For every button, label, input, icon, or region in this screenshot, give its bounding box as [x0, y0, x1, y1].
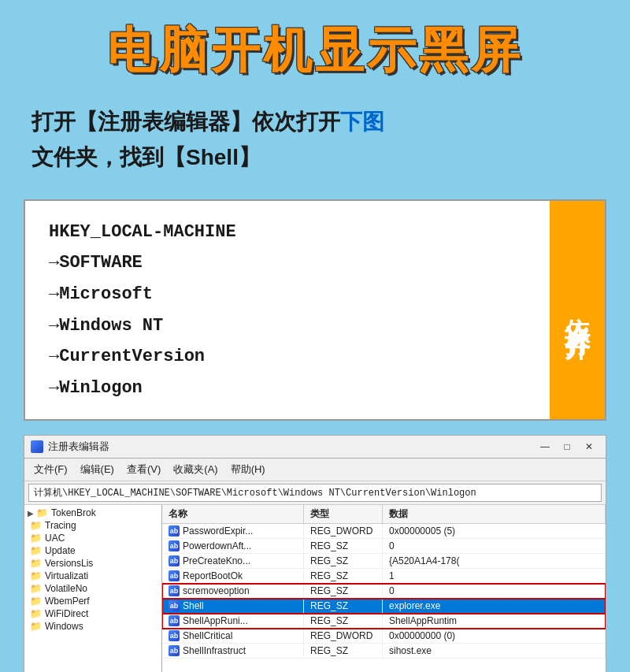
main-title: 电脑开机显示黑屏 — [24, 24, 606, 77]
cell-data: ShellAppRuntim — [383, 614, 606, 628]
tree-label: VersionsLis — [45, 558, 93, 569]
registry-app-icon — [31, 440, 43, 453]
menu-view[interactable]: 查看(V) — [120, 460, 167, 479]
instruction-blue-word: 下图 — [340, 110, 384, 134]
close-button[interactable]: ✕ — [579, 439, 599, 455]
table-row[interactable]: ab PreCreateKno... REG_SZ {A520A1A4-178( — [162, 554, 606, 569]
cell-name-text: scremoveoption — [183, 585, 250, 596]
tree-item-wifidirect[interactable]: 📁 WiFiDirect — [24, 607, 161, 620]
maximize-button[interactable]: □ — [557, 439, 577, 455]
table-row-shellcritical[interactable]: ab ShellCritical REG_DWORD 0x00000000 (0… — [162, 629, 606, 644]
value-icon: ab — [169, 540, 180, 551]
sidebar-label: 依次打开 — [550, 201, 605, 420]
tree-label: TokenBrok — [51, 507, 96, 518]
tree-label: Virtualizati — [45, 570, 88, 581]
tree-item-update[interactable]: 📁 Update — [24, 544, 161, 557]
tree-item-virtualizati[interactable]: 📁 Virtualizati — [24, 570, 161, 582]
tree-item-wbemperf[interactable]: 📁 WbemPerf — [24, 595, 161, 607]
menu-file[interactable]: 文件(F) — [28, 460, 74, 479]
path-item-2: →Microsoft — [49, 279, 526, 310]
instruction-section: 打开【注册表编辑器】依次打开下图 文件夹，找到【Shell】 — [0, 93, 630, 191]
tree-item-tokenbrok[interactable]: ▶ 📁 TokenBrok — [24, 507, 161, 519]
header-data: 数据 — [383, 505, 606, 523]
cell-name: ab ReportBootOk — [162, 569, 304, 583]
registry-tree[interactable]: ▶ 📁 TokenBrok 📁 Tracing 📁 UAC 📁 Update — [24, 505, 162, 672]
value-icon: ab — [169, 600, 180, 611]
path-item-5: →Winlogon — [49, 373, 526, 404]
registry-right-panel: 名称 类型 数据 ab PasswordExpir... REG_DWORD 0… — [162, 505, 606, 672]
registry-main-area: ▶ 📁 TokenBrok 📁 Tracing 📁 UAC 📁 Update — [24, 504, 606, 672]
registry-editor: 注册表编辑器 — □ ✕ 文件(F) 编辑(E) 查看(V) 收藏夹(A) 帮助… — [24, 435, 606, 672]
table-row-shellappruntime[interactable]: ab ShellAppRuni... REG_SZ ShellAppRuntim — [162, 614, 606, 629]
table-row-shellinfrastruct[interactable]: ab ShellInfrastruct REG_SZ sihost.exe — [162, 644, 606, 659]
cell-type: REG_SZ — [304, 569, 383, 583]
value-icon: ab — [169, 585, 180, 596]
cell-data: 0x00000005 (5) — [383, 524, 606, 538]
cell-data: 0 — [383, 584, 606, 598]
folder-icon: 📁 — [30, 533, 42, 544]
cell-name: ab scremoveoption — [162, 584, 304, 598]
tree-item-versionslis[interactable]: 📁 VersionsLis — [24, 557, 161, 570]
value-icon: ab — [169, 615, 180, 626]
cell-data: 0 — [383, 539, 606, 553]
folder-icon: 📁 — [30, 520, 42, 531]
cell-name-text: ReportBootOk — [183, 570, 243, 581]
registry-title-bar: 注册表编辑器 — □ ✕ — [24, 436, 606, 459]
registry-menu-bar: 文件(F) 编辑(E) 查看(V) 收藏夹(A) 帮助(H) — [24, 459, 606, 481]
tree-label: Windows — [45, 621, 83, 632]
tree-label: VolatileNo — [45, 583, 87, 594]
cell-name: ab PreCreateKno... — [162, 554, 304, 568]
cell-data: 1 — [383, 569, 606, 583]
value-icon: ab — [169, 630, 180, 641]
instruction-line2-text: 文件夹，找到【Shell】 — [32, 145, 261, 169]
folder-icon: 📁 — [30, 608, 42, 619]
minimize-button[interactable]: — — [535, 439, 555, 455]
menu-help[interactable]: 帮助(H) — [224, 460, 272, 479]
cell-name: ab ShellInfrastruct — [162, 644, 304, 658]
folder-icon: 📁 — [30, 570, 42, 581]
tree-label: Tracing — [45, 520, 76, 531]
header-type: 类型 — [304, 505, 383, 523]
table-row[interactable]: ab ReportBootOk REG_SZ 1 — [162, 569, 606, 584]
registry-address-bar: 计算机\HKEY_LOCAL_MACHINE\SOFTWARE\Microsof… — [28, 484, 602, 502]
value-icon: ab — [169, 525, 180, 536]
cell-name-text: PowerdownAft... — [183, 540, 251, 551]
table-row-scremoveoption[interactable]: ab scremoveoption REG_SZ 0 — [162, 584, 606, 599]
folder-icon: 📁 — [30, 545, 42, 556]
tree-label: WiFiDirect — [45, 608, 88, 619]
table-row[interactable]: ab PasswordExpir... REG_DWORD 0x00000005… — [162, 524, 606, 539]
folder-icon: 📁 — [30, 558, 42, 569]
cell-type: REG_DWORD — [304, 629, 383, 643]
cell-type: REG_SZ — [304, 614, 383, 628]
menu-favorites[interactable]: 收藏夹(A) — [167, 460, 224, 479]
registry-title-left: 注册表编辑器 — [31, 440, 109, 454]
window-controls[interactable]: — □ ✕ — [535, 439, 599, 455]
instruction-text: 打开【注册表编辑器】依次打开下图 — [32, 105, 598, 140]
cell-name: ab PowerdownAft... — [162, 539, 304, 553]
cell-data: sihost.exe — [383, 644, 606, 658]
tree-item-uac[interactable]: 📁 UAC — [24, 532, 161, 544]
cell-name-text: PreCreateKno... — [183, 555, 250, 566]
tree-item-volatileno[interactable]: 📁 VolatileNo — [24, 582, 161, 595]
tree-arrow: ▶ — [28, 509, 34, 518]
folder-icon: 📁 — [30, 596, 42, 607]
cell-name-text: PasswordExpir... — [183, 525, 253, 536]
tree-label: UAC — [45, 533, 65, 544]
cell-data: 0x00000000 (0) — [383, 629, 606, 643]
cell-name-text: ShellCritical — [183, 630, 232, 641]
tree-label: WbemPerf — [45, 596, 90, 607]
cell-name-text: ShellAppRuni... — [183, 615, 248, 626]
registry-address-text: 计算机\HKEY_LOCAL_MACHINE\SOFTWARE\Microsof… — [34, 488, 476, 499]
path-diagram: HKEY_LOCAL-MACHINE →SOFTWARE →Microsoft … — [24, 199, 606, 421]
registry-table-body: ab PasswordExpir... REG_DWORD 0x00000005… — [162, 524, 606, 659]
table-row-shell[interactable]: ab Shell REG_SZ explorer.exe — [162, 599, 606, 614]
cell-type: REG_SZ — [304, 539, 383, 553]
tree-item-windows[interactable]: 📁 Windows — [24, 620, 161, 633]
tree-item-tracing[interactable]: 📁 Tracing — [24, 519, 161, 532]
header-name: 名称 — [162, 505, 304, 523]
menu-edit[interactable]: 编辑(E) — [74, 460, 120, 479]
table-row[interactable]: ab PowerdownAft... REG_SZ 0 — [162, 539, 606, 554]
title-section: 电脑开机显示黑屏 — [0, 0, 630, 93]
value-icon: ab — [169, 555, 180, 566]
cell-name: ab PasswordExpir... — [162, 524, 304, 538]
